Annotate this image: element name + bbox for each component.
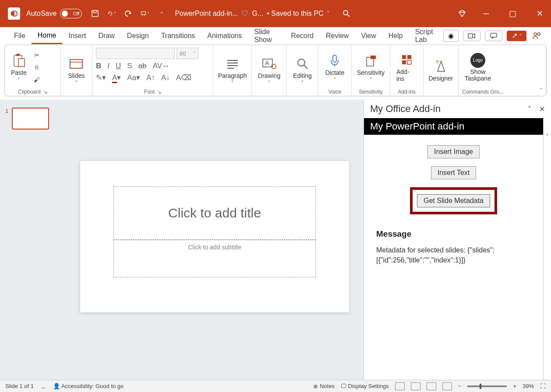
tab-draw[interactable]: Draw xyxy=(92,28,120,43)
spellcheck-icon[interactable]: ⎵ xyxy=(42,383,45,389)
normal-view-icon[interactable] xyxy=(395,382,405,390)
save-status[interactable]: • Saved to this PC xyxy=(267,10,323,18)
taskpane-close-icon[interactable]: ✕ xyxy=(539,105,545,113)
paragraph-button[interactable]: Paragraph ˅ xyxy=(215,55,249,87)
slide-canvas[interactable]: Click to add title Click to add subtitle xyxy=(80,161,349,312)
grow-font-icon[interactable]: A↑ xyxy=(146,74,155,82)
addins-label: Add-ins xyxy=(396,68,417,82)
tab-scriptlab[interactable]: Script Lab xyxy=(409,24,443,47)
tab-slideshow[interactable]: Slide Show xyxy=(248,24,285,47)
font-color-icon[interactable]: A▾ xyxy=(112,73,121,82)
diamond-icon[interactable] xyxy=(458,9,466,18)
svg-rect-29 xyxy=(402,55,406,59)
format-painter-icon[interactable]: 🖌 xyxy=(32,75,42,84)
tab-view[interactable]: View xyxy=(355,28,382,43)
highlight-icon[interactable]: ✎▾ xyxy=(96,73,106,82)
taskpane-header: My Office Add-in ˅ ✕ xyxy=(364,100,551,118)
tab-record[interactable]: Record xyxy=(285,28,320,43)
tab-review[interactable]: Review xyxy=(320,28,355,43)
sorter-view-icon[interactable] xyxy=(411,382,420,390)
get-slide-metadata-button[interactable]: Get Slide Metadata xyxy=(417,194,490,207)
copy-icon[interactable]: ⎘ xyxy=(32,63,42,72)
collab-icon[interactable] xyxy=(531,30,543,42)
tab-help[interactable]: Help xyxy=(382,28,409,43)
teams-button[interactable] xyxy=(463,31,480,41)
maximize-button[interactable]: ▢ xyxy=(505,9,520,18)
autosave-toggle[interactable]: AutoSave Off xyxy=(26,9,82,18)
strikethrough-icon[interactable]: ab xyxy=(138,62,147,70)
taskpane-dropdown-icon[interactable]: ˅ xyxy=(528,105,531,113)
bold-icon[interactable]: B xyxy=(96,62,101,70)
slideshow-view-icon[interactable] xyxy=(442,382,452,390)
search-icon[interactable] xyxy=(343,10,350,18)
drawing-button[interactable]: A Drawing ˅ xyxy=(255,55,283,87)
slide-editor[interactable]: Click to add title Click to add subtitle xyxy=(66,100,364,380)
zoom-out-icon[interactable]: − xyxy=(458,383,462,389)
autosave-label: AutoSave xyxy=(26,10,57,18)
app-icon[interactable] xyxy=(8,7,20,20)
shrink-font-icon[interactable]: A↓ xyxy=(161,74,170,82)
font-family-dropdown[interactable] xyxy=(96,48,175,59)
svg-rect-2 xyxy=(92,10,98,17)
accessibility-status[interactable]: 👤 Accessibility: Good to go xyxy=(53,383,124,389)
sensitivity-button[interactable]: Sensitivity ˅ xyxy=(354,52,387,84)
ribbon-collapse-icon[interactable]: ˅ xyxy=(540,87,543,94)
title-placeholder-text: Click to add title xyxy=(168,206,261,220)
undo-icon[interactable]: ˅ xyxy=(107,9,116,18)
insert-image-button[interactable]: Insert Image xyxy=(427,145,480,158)
fit-to-window-icon[interactable]: ⛶ xyxy=(540,383,546,389)
insert-text-button[interactable]: Insert Text xyxy=(431,166,477,179)
notes-button[interactable]: ≣ Notes xyxy=(313,383,335,389)
change-case-icon[interactable]: Aa▾ xyxy=(127,73,140,82)
present-icon[interactable]: ˅ xyxy=(141,9,149,18)
minimize-button[interactable]: ─ xyxy=(480,9,492,18)
tab-design[interactable]: Design xyxy=(121,28,155,43)
qat-overflow-icon[interactable]: ⁼ xyxy=(157,9,166,18)
tab-file[interactable]: File xyxy=(8,28,32,43)
slide-counter[interactable]: Slide 1 of 1 xyxy=(5,383,34,389)
dictate-button[interactable]: Dictate ˅ xyxy=(323,52,347,84)
clear-format-icon[interactable]: A⌫ xyxy=(176,73,191,82)
svg-rect-31 xyxy=(402,60,406,64)
display-settings-button[interactable]: 🖵 Display Settings xyxy=(341,383,389,389)
zoom-in-icon[interactable]: + xyxy=(513,383,516,389)
title-placeholder[interactable]: Click to add title xyxy=(113,186,316,240)
camera-button[interactable]: ◉ xyxy=(443,30,459,42)
tab-transitions[interactable]: Transitions xyxy=(155,28,201,43)
italic-icon[interactable]: I xyxy=(107,62,109,70)
font-size-dropdown[interactable]: 60˅ xyxy=(177,48,198,59)
cut-icon[interactable]: ✂ xyxy=(32,50,42,60)
tab-animations[interactable]: Animations xyxy=(201,28,248,43)
tab-insert[interactable]: Insert xyxy=(62,28,92,43)
clipboard-launcher-icon[interactable]: ↘ xyxy=(43,89,47,95)
designer-button[interactable]: Designer xyxy=(426,57,456,84)
slide-thumbnail-1[interactable]: 1 xyxy=(5,108,60,130)
slides-button[interactable]: Slides ˅ xyxy=(65,55,87,87)
spacing-icon[interactable]: AV↔ xyxy=(153,62,170,70)
quick-access-toolbar: ˅ ˅ ⁼ xyxy=(91,9,166,18)
subtitle-placeholder[interactable]: Click to add subtitle xyxy=(113,240,316,277)
save-status-dropdown-icon[interactable]: ˅ xyxy=(327,10,329,17)
tab-home[interactable]: Home xyxy=(32,28,63,44)
font-launcher-icon[interactable]: ↘ xyxy=(157,89,161,95)
editing-button[interactable]: Editing ˅ xyxy=(290,55,314,87)
save-icon[interactable] xyxy=(91,9,99,18)
underline-icon[interactable]: U xyxy=(116,62,121,70)
zoom-level[interactable]: 39% xyxy=(523,383,534,389)
addins-button[interactable]: Add-ins xyxy=(394,51,420,84)
font-group-label: Font xyxy=(144,89,155,95)
redo-icon[interactable] xyxy=(124,9,133,18)
user-initial[interactable]: G... xyxy=(252,10,263,18)
share-button[interactable]: ˅ xyxy=(507,31,526,41)
shield-icon[interactable]: 🛡 xyxy=(241,10,248,18)
zoom-slider[interactable] xyxy=(467,385,507,387)
shadow-icon[interactable]: S xyxy=(127,62,132,70)
close-button[interactable]: ✕ xyxy=(533,9,547,18)
statusbar: Slide 1 of 1 ⎵ 👤 Accessibility: Good to … xyxy=(0,380,551,392)
paste-button[interactable]: Paste ˅ xyxy=(8,52,29,84)
show-taskpane-button[interactable]: Logo ShowTaskpane xyxy=(462,51,494,84)
comments-button[interactable] xyxy=(485,31,502,41)
taskpane-expand-handle[interactable]: ‹ xyxy=(543,118,551,380)
document-name[interactable]: PowerPoint add-in... xyxy=(175,10,238,18)
reading-view-icon[interactable] xyxy=(427,382,436,390)
